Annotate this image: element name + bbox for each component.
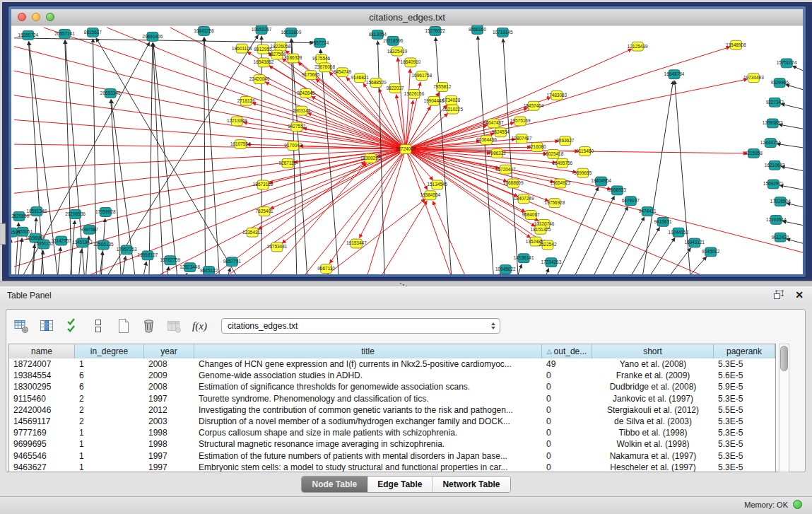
graph-node[interactable]: 11451943 [72,238,93,247]
graph-edge[interactable] [786,85,803,90]
graph-edge[interactable] [282,149,406,243]
panel-collapse-handle[interactable] [0,223,6,245]
graph-edge[interactable] [14,149,406,243]
graph-node[interactable]: 9699695 [574,168,592,177]
graph-node[interactable]: 9242848 [297,88,315,98]
graph-edge[interactable] [398,57,406,149]
graph-edge[interactable] [642,81,673,274]
tab-network-table[interactable]: Network Table [433,477,510,492]
graph-node[interactable]: 15276022 [425,26,445,35]
graph-node[interactable]: 17334263 [541,258,562,267]
graph-node[interactable]: 12444154 [760,139,781,148]
table-row[interactable]: 977716911998Corpus callosum shape and si… [9,427,775,438]
new-file-icon[interactable] [114,317,133,336]
graph-edge[interactable] [320,49,339,274]
table-row[interactable]: 1456911722003Disruption of a novel membe… [9,416,775,427]
graph-node[interactable]: 8466160 [469,25,487,34]
graph-edge[interactable] [669,248,690,274]
table-selector-dropdown[interactable]: citations_edges.txt [221,318,500,334]
graph-node[interactable]: 8815617 [84,28,102,37]
table-row[interactable]: 2242004622012Investigating the contribut… [9,404,775,416]
graph-node[interactable]: 10688609 [503,179,524,188]
graph-node[interactable]: 2803144 [293,106,311,115]
graph-node[interactable]: 18495756 [552,158,572,168]
graph-edge[interactable] [503,39,518,274]
table-row[interactable]: 946554611997Estimation of the future num… [9,450,775,462]
graph-node[interactable]: 19654923 [550,179,570,188]
graph-node[interactable]: 16958107 [138,251,158,260]
graph-node[interactable]: 16047437 [483,119,504,128]
tab-edge-table[interactable]: Edge Table [367,477,433,492]
graph-node[interactable]: 12505135 [93,240,114,250]
graph-edge[interactable] [14,149,406,169]
graph-edge[interactable] [122,256,126,274]
table-row[interactable]: 946362711997Embryonic stem cells: a mode… [9,462,775,472]
clear-selection-icon[interactable] [88,317,107,336]
graph-edge[interactable] [143,262,146,274]
graph-node[interactable]: 16782759 [160,256,180,265]
graph-node[interactable]: 9822037 [387,84,405,93]
graph-edge[interactable] [325,199,425,274]
graph-node[interactable]: 10945022 [495,265,516,274]
graph-node[interactable]: 19734493 [743,74,764,83]
graph-node[interactable]: 10244152 [669,228,689,237]
divider-grip-icon[interactable] [400,283,401,284]
graph-node[interactable]: 6479197 [622,197,640,206]
graph-node[interactable]: 9415631 [654,217,672,226]
graph-node[interactable]: 16210225 [442,105,463,114]
column-header-pagerank[interactable]: pagerank [714,344,775,358]
graph-edge[interactable] [153,43,177,274]
graph-node[interactable]: 9175546 [312,54,331,64]
table-row[interactable]: 1938455462009Genome-wide association stu… [9,370,775,381]
graph-node[interactable]: 8186328 [284,54,302,63]
graph-node[interactable]: 16543862 [254,58,274,67]
graph-node[interactable]: 20364436 [476,136,497,145]
graph-edge[interactable] [156,149,406,274]
graph-node[interactable]: 8958923 [608,186,627,195]
tab-node-table[interactable]: Node Table [302,477,367,492]
maximize-window-icon[interactable] [46,13,54,21]
graph-node[interactable]: 9845122 [200,267,218,274]
graph-edge[interactable] [78,249,81,274]
table-settings-icon[interactable] [12,317,31,336]
graph-node[interactable]: 2718126 [237,96,256,105]
function-builder-icon[interactable]: f(x) [190,317,209,336]
graph-node[interactable]: 15692971 [763,180,784,189]
graph-edge[interactable] [269,66,406,149]
graph-edge[interactable] [787,239,803,244]
graph-edge[interactable] [153,43,163,274]
graph-node[interactable]: 12213349 [227,117,247,126]
graph-node[interactable]: 16648784 [664,70,685,79]
graph-node[interactable]: 19904448 [423,96,444,105]
graph-edge[interactable] [204,37,206,274]
graph-node[interactable]: 10025418 [543,150,564,159]
graph-node[interactable]: 10719145 [493,28,513,37]
graph-node[interactable]: 16841236 [194,26,214,35]
graph-node[interactable]: 9463627 [556,136,575,146]
graph-node[interactable]: 9612431 [772,233,790,242]
graph-node[interactable]: 20206536 [65,210,86,219]
graph-node[interactable]: 9227343 [766,98,784,107]
graph-edge[interactable] [204,37,219,274]
graph-edge[interactable] [406,108,528,149]
graph-edge[interactable] [96,38,237,274]
graph-node[interactable]: 18640910 [401,58,421,67]
table-row[interactable]: 1830029562008Estimation of significance … [9,381,775,392]
graph-node[interactable]: 16961758 [412,71,433,81]
graph-node[interactable]: 16943121 [684,238,705,247]
graph-node[interactable]: 9329966 [771,78,789,88]
graph-edge[interactable] [546,268,549,274]
graph-node[interactable]: 7955812 [433,83,452,92]
float-panel-icon[interactable] [773,290,784,300]
graph-node[interactable]: 9245012 [702,247,720,257]
graph-node[interactable]: 9115460 [576,147,594,156]
graph-node[interactable]: 16033809 [281,28,302,37]
graph-edge[interactable] [594,206,628,274]
graph-node[interactable]: 2522542 [539,240,557,250]
graph-node[interactable]: 16753441 [267,243,288,252]
graph-node[interactable]: 12103544 [766,215,787,224]
table-row[interactable]: 911546021997Tourette syndrome. Phenomeno… [9,393,775,404]
graph-node[interactable]: 15051152 [34,240,54,249]
graph-node[interactable]: 10807487 [512,134,532,144]
graph-node[interactable]: 11548908 [726,40,746,49]
